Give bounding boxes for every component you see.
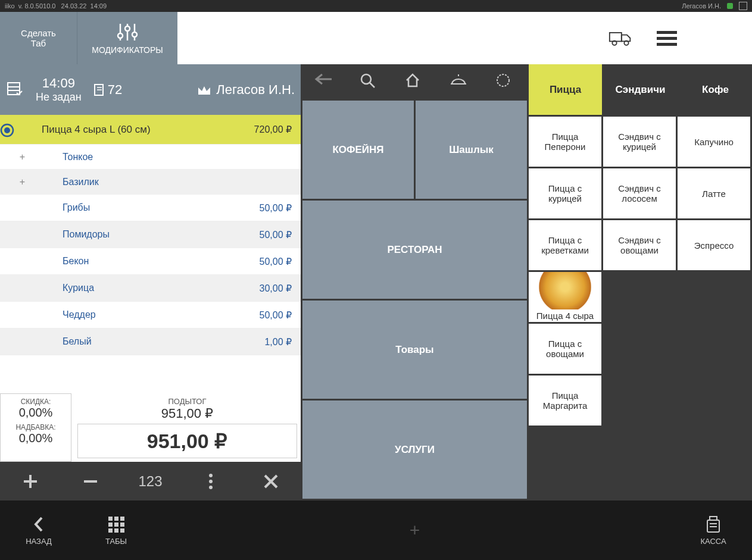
category-button[interactable]: Шашлык bbox=[416, 101, 527, 199]
titlebar-time: 14:09 bbox=[91, 2, 107, 10]
modifier-name: Базилик bbox=[45, 177, 301, 187]
svg-rect-10 bbox=[657, 37, 677, 40]
menu-item[interactable]: Пицца 4 сыра bbox=[529, 272, 601, 322]
tabs-button[interactable]: ТАБЫ bbox=[77, 500, 155, 560]
category-button[interactable]: РЕСТОРАН bbox=[302, 201, 527, 299]
menu-item[interactable]: Пицца с курицей bbox=[529, 168, 601, 218]
chevron-left-icon bbox=[32, 515, 45, 533]
svg-point-31 bbox=[497, 74, 509, 86]
modifier-name: Бекон bbox=[36, 256, 260, 267]
category-button[interactable]: КОФЕЙНЯ bbox=[302, 101, 414, 199]
menu-item[interactable]: Сэндвич с овощами bbox=[603, 220, 676, 270]
waiter-name-value: Легасов И.Н. bbox=[216, 82, 295, 98]
modifier-name: Белый bbox=[36, 336, 264, 347]
subtotal-label: ПОДЫТОГ bbox=[77, 397, 297, 406]
item-price: 720,00 ₽ bbox=[254, 124, 292, 135]
order-item-main[interactable]: Пицца 4 сыра L (60 см)720,00 ₽ bbox=[0, 115, 301, 145]
menu-tab[interactable]: Кофе bbox=[679, 64, 752, 115]
category-button[interactable]: УСЛУГИ bbox=[302, 401, 527, 499]
action-bar: 123 bbox=[0, 462, 301, 500]
svg-rect-9 bbox=[657, 31, 677, 34]
order-list-icon[interactable] bbox=[6, 81, 24, 99]
close-button[interactable] bbox=[241, 462, 301, 500]
menu-item[interactable]: Пицца Маргарита bbox=[529, 376, 601, 426]
menu-item[interactable]: Пицца с овощами bbox=[529, 324, 601, 374]
order-modifier[interactable]: Курица30,00 ₽ bbox=[0, 275, 301, 302]
grand-total-value: 951,00 ₽ bbox=[83, 429, 292, 453]
search-icon[interactable] bbox=[359, 72, 378, 91]
menu-icon[interactable] bbox=[655, 26, 679, 50]
kassa-button[interactable]: КАССА bbox=[675, 515, 752, 546]
pizza-image bbox=[529, 272, 601, 309]
table-number-value: 72 bbox=[108, 82, 122, 98]
item-name: Пицца 4 сыра L (60 см) bbox=[36, 124, 254, 136]
modifier-price: 50,00 ₽ bbox=[260, 229, 292, 240]
window-icon[interactable] bbox=[739, 2, 747, 10]
order-modifier[interactable]: Бекон50,00 ₽ bbox=[0, 248, 301, 275]
delivery-icon[interactable] bbox=[609, 26, 632, 50]
back-arrow-icon[interactable] bbox=[314, 72, 333, 91]
menu-item[interactable]: Латте bbox=[678, 168, 750, 218]
dish-icon[interactable] bbox=[450, 72, 469, 91]
grand-total-box[interactable]: 951,00 ₽ bbox=[77, 424, 297, 458]
crown-icon bbox=[197, 84, 211, 96]
table-number[interactable]: 72 bbox=[93, 82, 122, 98]
svg-point-25 bbox=[209, 480, 213, 483]
svg-point-24 bbox=[209, 474, 213, 477]
order-header: 14:09 Не задан 72 Легасов И.Н. bbox=[0, 64, 301, 115]
topbar: Сделать Таб МОДИФИКАТОРЫ bbox=[0, 12, 752, 64]
menu-grid: Пицца ПеперониСэндвич с курицейКапучиноП… bbox=[527, 115, 752, 500]
order-items: Пицца 4 сыра L (60 см)720,00 ₽+Тонкое+Ба… bbox=[0, 115, 301, 391]
modifier-name: Чеддер bbox=[36, 309, 260, 320]
order-modifier[interactable]: Белый1,00 ₽ bbox=[0, 329, 301, 355]
menu-tab[interactable]: Пицца bbox=[529, 64, 602, 115]
menu-tab[interactable]: Сэндвичи bbox=[604, 64, 677, 115]
home-icon[interactable] bbox=[404, 72, 423, 91]
subtotal-value: 951,00 ₽ bbox=[77, 406, 297, 421]
receipt-icon bbox=[93, 83, 104, 96]
discount-label: СКИДКА: bbox=[7, 398, 65, 406]
svg-point-20 bbox=[4, 127, 10, 133]
svg-rect-32 bbox=[108, 517, 113, 521]
order-modifier-plus[interactable]: +Тонкое bbox=[0, 145, 301, 170]
order-modifier[interactable]: Помидоры50,00 ₽ bbox=[0, 221, 301, 248]
minus-button[interactable] bbox=[60, 462, 120, 500]
menu-item[interactable]: Пицца Пеперони bbox=[529, 117, 601, 167]
order-modifier[interactable]: Чеддер50,00 ₽ bbox=[0, 302, 301, 329]
svg-line-30 bbox=[370, 83, 375, 87]
menu-panel: ПиццаСэндвичиКофе Пицца ПеперониСэндвич … bbox=[527, 64, 752, 500]
sliders-icon bbox=[114, 21, 141, 43]
order-time: 14:09 bbox=[36, 76, 82, 91]
svg-rect-37 bbox=[120, 523, 124, 527]
discount-box[interactable]: СКИДКА: 0,00% НАДБАВКА: 0,00% bbox=[0, 393, 71, 462]
totals-section: СКИДКА: 0,00% НАДБАВКА: 0,00% ПОДЫТОГ 95… bbox=[0, 391, 301, 462]
add-button[interactable]: + bbox=[155, 520, 675, 540]
order-modifier[interactable]: Грибы50,00 ₽ bbox=[0, 195, 301, 221]
menu-item[interactable]: Сэндвич с курицей bbox=[603, 117, 676, 167]
menu-item[interactable]: Эспрессо bbox=[678, 220, 750, 270]
gear-icon[interactable] bbox=[495, 72, 514, 91]
order-modifier-plus[interactable]: +Базилик bbox=[0, 170, 301, 195]
lock-icon[interactable] bbox=[701, 26, 725, 50]
svg-point-26 bbox=[209, 486, 213, 489]
plus-button[interactable] bbox=[0, 462, 60, 500]
menu-item[interactable]: Капучино bbox=[678, 117, 750, 167]
svg-rect-34 bbox=[120, 517, 124, 521]
order-panel: 14:09 Не задан 72 Легасов И.Н. Пицца 4 с… bbox=[0, 64, 301, 500]
numpad-button[interactable]: 123 bbox=[120, 462, 180, 500]
category-button[interactable]: Товары bbox=[302, 301, 527, 399]
make-tab-button[interactable]: Сделать Таб bbox=[0, 12, 77, 64]
back-button[interactable]: НАЗАД bbox=[0, 500, 77, 560]
more-button[interactable] bbox=[180, 462, 241, 500]
menu-item[interactable]: Сэндвич с лососем bbox=[603, 168, 676, 218]
modifier-price: 50,00 ₽ bbox=[260, 256, 292, 267]
waiter-name[interactable]: Легасов И.Н. bbox=[197, 82, 295, 98]
tabs-label: ТАБЫ bbox=[105, 537, 127, 546]
menu-item-label: Пицца 4 сыра bbox=[529, 309, 601, 322]
titlebar: iiko v. 8.0.5010.0 24.03.22 14:09 Легасо… bbox=[0, 0, 752, 12]
titlebar-user: Легасов И.Н. bbox=[682, 2, 721, 10]
register-icon bbox=[704, 515, 722, 534]
modifiers-button[interactable]: МОДИФИКАТОРЫ bbox=[77, 12, 177, 64]
svg-rect-33 bbox=[114, 517, 118, 521]
menu-item[interactable]: Пицца с креветками bbox=[529, 220, 601, 270]
